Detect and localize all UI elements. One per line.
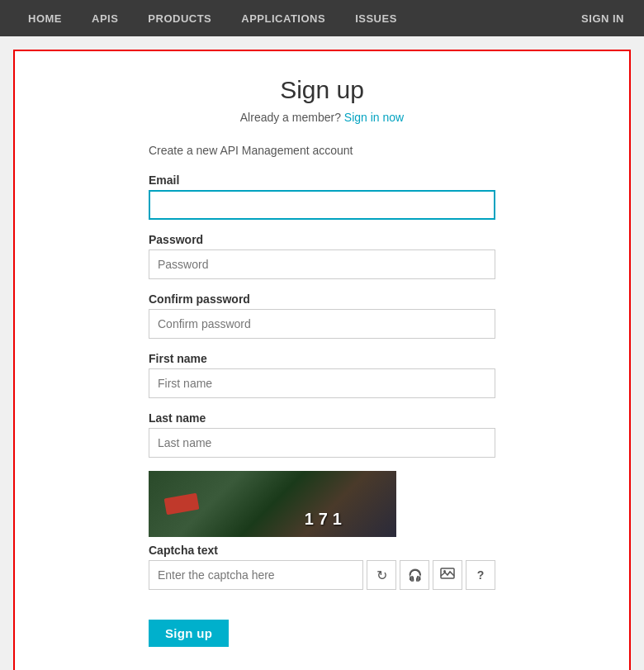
signup-card: Sign up Already a member? Sign in now Cr… <box>13 50 631 670</box>
email-field[interactable] <box>149 190 495 220</box>
help-icon: ? <box>477 568 485 582</box>
nav-items: HOME APIS PRODUCTS APPLICATIONS ISSUES <box>13 0 575 36</box>
captcha-input-row: ↻ 🎧 <box>149 560 495 590</box>
captcha-field[interactable] <box>149 560 363 590</box>
confirm-password-group: Confirm password <box>149 292 495 339</box>
sign-in-nav-button[interactable]: SIGN IN <box>575 12 631 25</box>
navigation: HOME APIS PRODUCTS APPLICATIONS ISSUES S… <box>0 0 644 36</box>
captcha-refresh-button[interactable]: ↻ <box>367 560 396 590</box>
captcha-audio-button[interactable]: 🎧 <box>400 560 429 590</box>
first-name-label: First name <box>149 352 495 365</box>
nav-issues[interactable]: ISSUES <box>340 0 412 36</box>
already-member-text: Already a member? Sign in now <box>149 111 495 124</box>
nav-apis[interactable]: APIS <box>77 0 133 36</box>
email-group: Email <box>149 173 495 220</box>
first-name-group: First name <box>149 352 495 398</box>
captcha-image <box>149 471 396 537</box>
create-account-text: Create a new API Management account <box>149 144 495 157</box>
last-name-field[interactable] <box>149 428 495 458</box>
last-name-group: Last name <box>149 411 495 458</box>
nav-products[interactable]: PRODUCTS <box>133 0 226 36</box>
page-title: Sign up <box>149 76 495 104</box>
password-label: Password <box>149 233 495 246</box>
form-container: Sign up Already a member? Sign in now Cr… <box>149 76 495 647</box>
captcha-label: Captcha text <box>149 544 495 557</box>
last-name-label: Last name <box>149 411 495 425</box>
password-group: Password <box>149 233 495 279</box>
sign-in-link[interactable]: Sign in now <box>344 111 404 124</box>
refresh-icon: ↻ <box>376 568 387 583</box>
confirm-password-label: Confirm password <box>149 292 495 306</box>
email-label: Email <box>149 173 495 187</box>
nav-applications[interactable]: APPLICATIONS <box>226 0 340 36</box>
nav-home[interactable]: HOME <box>13 0 77 36</box>
audio-icon: 🎧 <box>408 568 422 582</box>
first-name-field[interactable] <box>149 368 495 398</box>
image-icon <box>440 568 455 582</box>
password-field[interactable] <box>149 249 495 279</box>
captcha-image-button[interactable] <box>433 560 462 590</box>
signup-button[interactable]: Sign up <box>149 620 229 647</box>
captcha-help-button[interactable]: ? <box>466 560 495 590</box>
confirm-password-field[interactable] <box>149 309 495 339</box>
page-wrapper: Sign up Already a member? Sign in now Cr… <box>0 36 644 670</box>
captcha-group: Captcha text ↻ 🎧 <box>149 544 495 590</box>
